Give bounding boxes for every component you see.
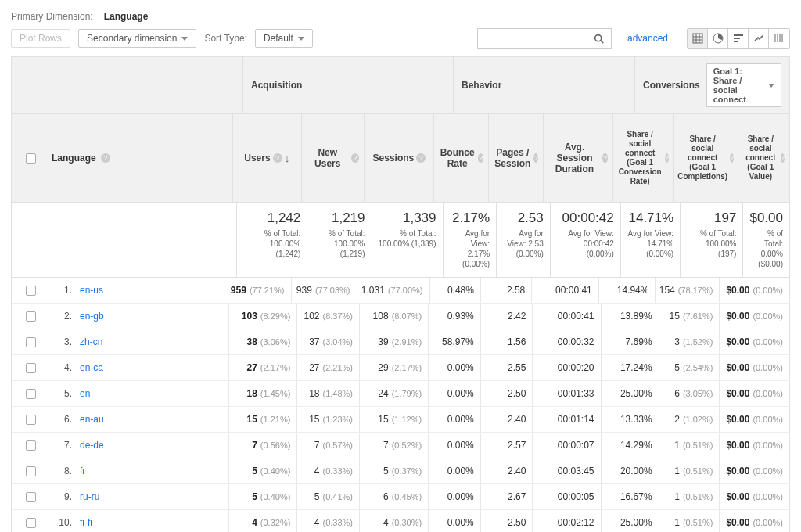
header-sessions[interactable]: Sessions? — [365, 114, 434, 202]
table-row: 9.ru-ru5(0.40%)5(0.41%)6(0.45%)0.00%2.67… — [12, 484, 789, 510]
row-checkbox[interactable] — [26, 363, 36, 373]
svg-rect-2 — [693, 34, 702, 43]
help-icon: ? — [416, 153, 426, 163]
row-checkbox[interactable] — [26, 389, 36, 399]
row-checkbox[interactable] — [26, 337, 36, 347]
table-search — [477, 28, 612, 49]
header-conversion-rate[interactable]: Share / social connect (Goal 1 Conversio… — [613, 114, 674, 202]
group-conversions: Conversions Goal 1: Share / social conne… — [635, 57, 789, 113]
primary-dimension-value[interactable]: Language — [104, 11, 149, 22]
header-avg-session[interactable]: Avg. Session Duration? — [544, 114, 612, 202]
language-link[interactable]: en-au — [80, 414, 104, 425]
search-input[interactable] — [477, 28, 587, 49]
total-bounce: 2.17% — [450, 210, 490, 226]
search-button[interactable] — [587, 28, 612, 49]
row-checkbox[interactable] — [26, 415, 36, 425]
view-bars-icon[interactable] — [728, 29, 749, 48]
language-link[interactable]: de-de — [80, 440, 104, 451]
row-checkbox[interactable] — [26, 518, 36, 528]
header-users[interactable]: Users?↓ — [233, 114, 302, 202]
plot-rows-button: Plot Rows — [11, 29, 70, 48]
language-link[interactable]: fi-fi — [80, 517, 92, 528]
total-val: $0.00 — [749, 210, 783, 226]
row-index: 6. — [50, 414, 72, 425]
help-icon: ? — [533, 153, 538, 163]
sort-type-dropdown[interactable]: Default — [255, 29, 313, 48]
row-checkbox[interactable] — [26, 311, 36, 322]
language-link[interactable]: en-gb — [80, 311, 104, 322]
row-index: 9. — [50, 491, 72, 502]
help-icon: ? — [602, 153, 607, 163]
view-pie-icon[interactable] — [708, 29, 728, 48]
totals-row: 1,242% of Total: 100.00% (1,242) 1,219% … — [12, 203, 789, 278]
language-link[interactable]: en — [80, 388, 90, 399]
row-checkbox[interactable] — [26, 440, 36, 451]
caret-down-icon — [768, 84, 774, 88]
primary-dimension-label: Primary Dimension: — [11, 11, 93, 22]
header-dimension: Language ? — [12, 114, 233, 202]
help-icon: ? — [665, 153, 669, 163]
row-checkbox[interactable] — [26, 492, 36, 502]
header-dimension-label[interactable]: Language — [52, 153, 96, 164]
table-row: 4.en-ca27(2.17%)27(2.21%)29(2.17%)0.00%2… — [12, 355, 789, 381]
header-bounce-rate[interactable]: Bounce Rate? — [434, 114, 489, 202]
language-link[interactable]: en-us — [80, 285, 103, 296]
table-row: 2.en-gb103(8.29%)102(8.37%)108(8.07%)0.9… — [12, 304, 789, 329]
language-link[interactable]: fr — [80, 466, 85, 476]
row-index: 4. — [50, 362, 72, 373]
report-table: Acquisition Behavior Conversions Goal 1:… — [11, 56, 790, 532]
svg-line-1 — [601, 40, 603, 42]
total-pps: 2.53 — [503, 210, 544, 226]
total-users: 1,242 — [243, 210, 300, 226]
column-header-row: Language ? Users?↓ New Users? Sessions? … — [12, 114, 789, 203]
header-goal-value[interactable]: Share / social connect (Goal 1 Value)? — [738, 114, 789, 202]
row-index: 2. — [50, 311, 72, 322]
header-pages-session[interactable]: Pages / Session? — [489, 114, 544, 202]
header-new-users[interactable]: New Users? — [302, 114, 365, 202]
total-sessions: 1,339 — [379, 210, 436, 226]
advanced-link[interactable]: advanced — [627, 33, 668, 44]
table-row: 1.en-us959(77.21%)939(77.03%)1,031(77.00… — [12, 278, 789, 304]
view-table-icon[interactable] — [688, 29, 708, 48]
total-comp: 197 — [687, 210, 736, 226]
view-mode-switch — [687, 28, 790, 49]
select-all-checkbox[interactable] — [26, 153, 36, 164]
column-group-row: Acquisition Behavior Conversions Goal 1:… — [12, 57, 789, 114]
row-index: 8. — [50, 466, 72, 476]
row-index: 5. — [50, 388, 72, 399]
group-conversions-label: Conversions — [643, 80, 700, 91]
help-icon[interactable]: ? — [101, 153, 110, 163]
primary-dimension-bar: Primary Dimension: Language — [11, 11, 790, 22]
total-asd: 00:00:42 — [557, 210, 614, 226]
goal-dropdown[interactable]: Goal 1: Share / social connect — [706, 63, 781, 107]
secondary-dimension-dropdown[interactable]: Secondary dimension — [78, 29, 196, 48]
row-index: 3. — [50, 336, 72, 347]
row-checkbox[interactable] — [26, 466, 36, 476]
language-link[interactable]: ru-ru — [80, 491, 99, 502]
row-index: 1. — [50, 285, 72, 296]
header-completions[interactable]: Share / social connect (Goal 1 Completio… — [674, 114, 738, 202]
table-row: 6.en-au15(1.21%)15(1.23%)15(1.12%)0.00%2… — [12, 407, 789, 433]
language-link[interactable]: zh-cn — [80, 336, 102, 347]
row-index: 10. — [50, 517, 72, 528]
language-link[interactable]: en-ca — [80, 362, 103, 373]
help-icon: ? — [781, 153, 785, 163]
svg-rect-9 — [734, 38, 740, 39]
row-checkbox[interactable] — [26, 286, 36, 296]
help-icon: ? — [351, 153, 360, 163]
group-behavior: Behavior — [454, 57, 635, 113]
help-icon: ? — [273, 153, 282, 163]
total-cr: 14.71% — [627, 210, 673, 226]
svg-point-0 — [595, 34, 602, 41]
view-compare-icon[interactable] — [749, 29, 769, 48]
table-row: 3.zh-cn38(3.06%)37(3.04%)39(2.91%)58.97%… — [12, 329, 789, 355]
svg-rect-8 — [734, 34, 743, 36]
view-pivot-icon[interactable] — [769, 29, 789, 48]
sort-type-label: Sort Type: — [204, 33, 246, 44]
toolbar: Plot Rows Secondary dimension Sort Type:… — [11, 28, 790, 49]
help-icon: ? — [478, 153, 484, 163]
sort-down-icon: ↓ — [285, 153, 290, 164]
group-acquisition: Acquisition — [243, 57, 454, 113]
goal-dropdown-label: Goal 1: Share / social connect — [713, 66, 763, 104]
caret-down-icon — [298, 37, 304, 41]
